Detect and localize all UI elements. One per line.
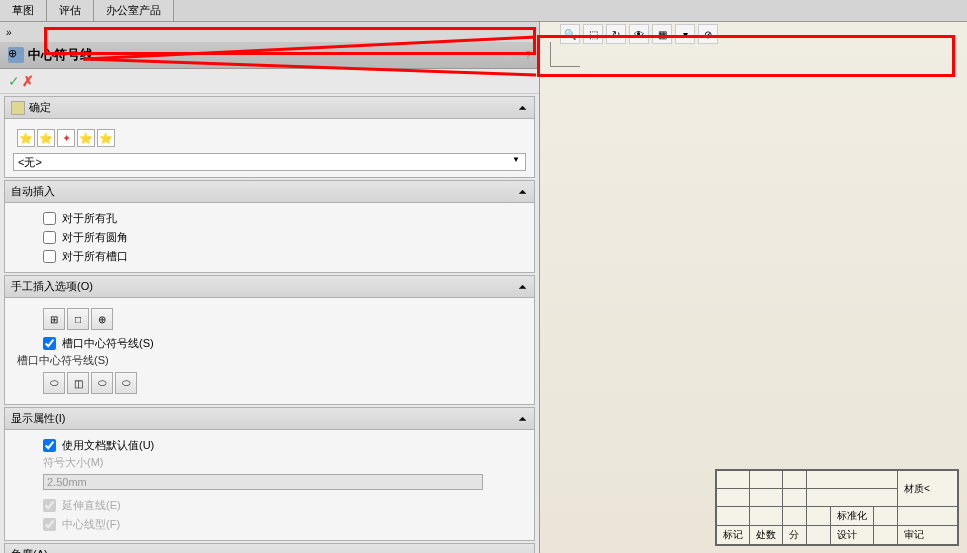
checkbox-all-fillets[interactable] [43,231,56,244]
collapse-icon[interactable]: ⏶ [518,549,528,553]
checkbox-extend-line [43,499,56,512]
section-angle[interactable]: 角度(A) ⏶ [5,544,534,553]
tool-icon-3[interactable]: ⊕ [91,308,113,330]
zoom-fit-icon[interactable]: 🔍 [560,24,580,44]
view-more-icon[interactable]: ▾ [675,24,695,44]
tab-sketch[interactable]: 草图 [0,0,47,21]
fav-btn-5[interactable]: ⭐ [97,129,115,147]
collapse-icon[interactable]: ⏶ [518,281,528,292]
slot-type-3[interactable]: ⬭ [91,372,113,394]
favorites-dropdown[interactable]: <无> [13,153,526,171]
checkbox-all-holes[interactable] [43,212,56,225]
mark-size-input [43,474,483,490]
pushpin-icon [11,101,25,115]
collapse-icon[interactable]: ⏶ [518,186,528,197]
slot-type-4[interactable]: ⬭ [115,372,137,394]
section-manual-insert[interactable]: 手工插入选项(O) ⏶ [5,276,534,298]
feature-title: 中心符号线 [28,46,93,64]
slot-type-1[interactable]: ⬭ [43,372,65,394]
cancel-button[interactable]: ✗ [22,73,34,89]
drawing-canvas[interactable]: 🔍 ⬚ ↻ 👁 ▦ ▾ ⊘ [540,22,967,553]
fav-btn-4[interactable]: ⭐ [77,129,95,147]
tab-office[interactable]: 办公室产品 [94,0,174,21]
centermark-icon: ⊕ [8,47,24,63]
section-confirm[interactable]: 确定 ⏶ [5,97,534,119]
section-auto-insert[interactable]: 自动插入 ⏶ [5,181,534,203]
section-display-props[interactable]: 显示属性(I) ⏶ [5,408,534,430]
checkbox-use-doc-default[interactable] [43,439,56,452]
checkbox-centerline-type [43,518,56,531]
checkbox-slot-centerline[interactable] [43,337,56,350]
ok-button[interactable]: ✓ [8,73,20,89]
fav-btn-1[interactable]: ⭐ [17,129,35,147]
collapse-icon[interactable]: ⏶ [518,413,528,424]
rotate-icon[interactable]: ↻ [606,24,626,44]
slot-type-2[interactable]: ◫ [67,372,89,394]
feature-header: ⊕ 中心符号线 ? [0,42,539,69]
collapse-icon[interactable]: ⏶ [518,102,528,113]
help-icon[interactable]: ? [525,49,531,61]
checkbox-all-slots[interactable] [43,250,56,263]
view-cube-icon[interactable]: ▦ [652,24,672,44]
tab-evaluate[interactable]: 评估 [47,0,94,21]
fav-btn-2[interactable]: ⭐ [37,129,55,147]
chevron-collapse-icon[interactable]: » [6,27,12,38]
title-block: 材质< 标准化 标记 处数 分 设计 审记 [715,469,959,546]
view-icon[interactable]: 👁 [629,24,649,44]
tool-icon-2[interactable]: □ [67,308,89,330]
section-icon[interactable]: ⊘ [698,24,718,44]
fav-btn-3[interactable]: ✦ [57,129,75,147]
tool-icon-1[interactable]: ⊞ [43,308,65,330]
zoom-area-icon[interactable]: ⬚ [583,24,603,44]
